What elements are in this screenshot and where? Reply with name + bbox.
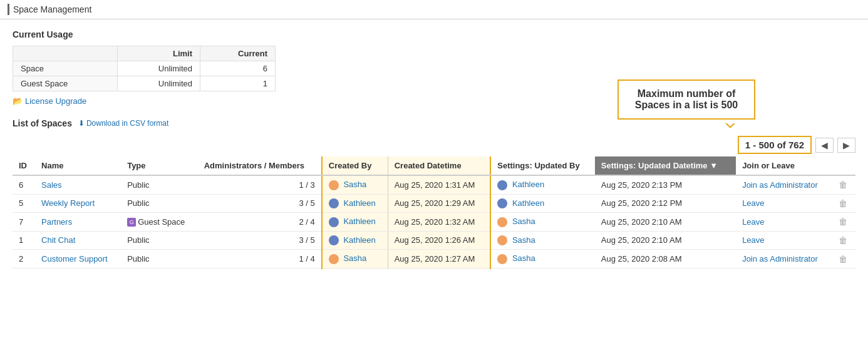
license-icon: 📂 <box>13 96 23 106</box>
cell-updated-by: Kathleen <box>490 268 595 269</box>
join-leave-link[interactable]: Leave <box>742 217 764 227</box>
created-by-link[interactable]: Kathleen <box>343 235 375 245</box>
col-name: Name <box>35 156 121 175</box>
cell-id: 4 <box>13 268 35 269</box>
col-settings-updated-by: Settings: Updated By <box>490 156 595 175</box>
cell-delete: 🗑 <box>832 231 855 250</box>
delete-icon[interactable]: 🗑 <box>839 180 847 190</box>
cell-adm-members: 2 / 4 <box>198 268 322 269</box>
avatar <box>329 235 339 245</box>
updated-by-link[interactable]: Sasha <box>512 217 535 226</box>
created-by-link[interactable]: Kathleen <box>343 198 375 208</box>
avatar <box>497 254 507 264</box>
updated-by-link[interactable]: Sasha <box>512 235 535 245</box>
avatar <box>329 217 339 227</box>
cell-updated-by: Sasha <box>490 213 595 232</box>
avatar <box>329 180 339 190</box>
tooltip-box: Maximum number of Spaces in a list is 50… <box>617 79 755 120</box>
cell-id: 5 <box>13 194 35 213</box>
cell-id: 1 <box>13 231 35 250</box>
spaces-table: ID Name Type Administrators / Members Cr… <box>13 156 855 269</box>
cell-updated-by: Sasha <box>490 231 595 250</box>
cell-created-by: Kathleen <box>322 231 388 250</box>
cell-delete: 🗑 <box>832 194 855 213</box>
created-by-link[interactable]: Sasha <box>343 180 366 189</box>
cell-created-by: Kathleen <box>322 268 388 269</box>
updated-by-link[interactable]: Sasha <box>512 253 535 263</box>
table-row: 1 Chit Chat Public 3 / 5 Kathleen Aug 25… <box>13 231 855 250</box>
col-adm-members: Administrators / Members <box>198 156 322 175</box>
usage-col-limit: Limit <box>117 46 200 61</box>
cell-id: 2 <box>13 250 35 269</box>
current-usage-title: Current Usage <box>13 29 855 39</box>
space-name-link[interactable]: Partners <box>41 217 72 227</box>
cell-delete: 🗑 <box>832 175 855 194</box>
list-of-spaces-title: List of Spaces <box>13 118 72 128</box>
space-name-link[interactable]: Customer Support <box>41 254 108 264</box>
guest-icon: G <box>127 218 136 227</box>
delete-icon[interactable]: 🗑 <box>839 217 847 227</box>
page-title: Space Management <box>13 4 91 14</box>
space-name-link[interactable]: Sales <box>41 180 62 190</box>
cell-name: Customer Support <box>35 250 121 269</box>
cell-adm-members: 1 / 4 <box>198 250 322 269</box>
cell-delete: 🗑 <box>832 268 855 269</box>
delete-icon[interactable]: 🗑 <box>839 198 847 208</box>
cell-join-leave: Leave <box>736 194 832 213</box>
prev-page-button[interactable]: ◀ <box>815 138 834 153</box>
avatar <box>497 198 507 208</box>
cell-updated-datetime: Aug 25, 2020 2:12 PM <box>595 194 736 213</box>
cell-join-leave: Join as Administrator <box>736 250 832 269</box>
cell-type: Public <box>121 175 198 194</box>
cell-delete: 🗑 <box>832 250 855 269</box>
join-leave-link[interactable]: Join as Administrator <box>742 180 818 190</box>
tooltip-text: Maximum number of Spaces in a list is 50… <box>635 88 738 110</box>
created-by-link[interactable]: Sasha <box>343 253 366 263</box>
usage-current: 1 <box>200 76 276 91</box>
col-type: Type <box>121 156 198 175</box>
header-bar <box>8 4 9 15</box>
cell-created-datetime: Aug 25, 2020 1:28 AM <box>388 268 490 269</box>
space-name-link[interactable]: Weekly Report <box>41 198 95 208</box>
cell-adm-members: 2 / 4 <box>198 213 322 232</box>
col-created-datetime: Created Datetime <box>388 156 490 175</box>
main-content: Current Usage Limit Current Space Unlimi… <box>0 19 868 279</box>
cell-created-datetime: Aug 25, 2020 1:29 AM <box>388 194 490 213</box>
table-controls: Maximum number of Spaces in a list is 50… <box>13 136 855 154</box>
next-page-button[interactable]: ▶ <box>837 138 855 153</box>
delete-icon[interactable]: 🗑 <box>839 254 847 264</box>
csv-download-link[interactable]: ⬇ Download in CSV format <box>78 119 168 128</box>
cell-updated-datetime: Aug 25, 2020 2:08 AM <box>595 268 736 269</box>
cell-created-by: Kathleen <box>322 194 388 213</box>
delete-icon[interactable]: 🗑 <box>839 235 847 245</box>
page-header: Space Management <box>0 0 868 19</box>
cell-created-by: Sasha <box>322 250 388 269</box>
avatar <box>329 254 339 264</box>
created-by-link[interactable]: Kathleen <box>343 217 375 226</box>
usage-col-current: Current <box>200 46 276 61</box>
cell-join-leave: Leave <box>736 268 832 269</box>
cell-join-leave: Join as Administrator <box>736 175 832 194</box>
space-name-link[interactable]: Chit Chat <box>41 235 75 245</box>
usage-current: 6 <box>200 61 276 76</box>
cell-updated-datetime: Aug 25, 2020 2:13 PM <box>595 175 736 194</box>
cell-updated-by: Kathleen <box>490 194 595 213</box>
cell-id: 6 <box>13 175 35 194</box>
join-leave-link[interactable]: Join as Administrator <box>742 254 818 264</box>
usage-row: Guest Space Unlimited 1 <box>13 76 276 91</box>
cell-updated-by: Kathleen <box>490 175 595 194</box>
col-id: ID <box>13 156 35 175</box>
updated-by-link[interactable]: Kathleen <box>512 180 544 189</box>
csv-link-label: Download in CSV format <box>86 119 168 128</box>
avatar <box>497 235 507 245</box>
join-leave-link[interactable]: Leave <box>742 235 764 245</box>
updated-by-link[interactable]: Kathleen <box>512 198 544 208</box>
join-leave-link[interactable]: Leave <box>742 198 764 208</box>
cell-type: Public <box>121 268 198 269</box>
cell-created-by: Sasha <box>322 175 388 194</box>
cell-type: GGuest Space <box>121 213 198 232</box>
avatar <box>497 217 507 227</box>
cell-name: Weekly Report <box>35 194 121 213</box>
col-settings-updated-datetime[interactable]: Settings: Updated Datetime ▼ <box>595 156 736 175</box>
table-row: 4 Business Trip Public 2 / 4 Kathleen Au… <box>13 268 855 269</box>
